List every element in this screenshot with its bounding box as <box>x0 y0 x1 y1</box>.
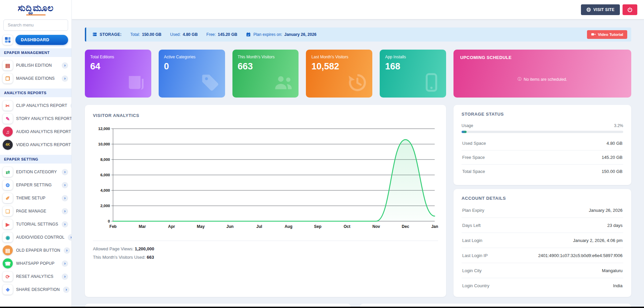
chevron-right-icon[interactable]: › <box>62 208 68 214</box>
sidebar-item-video-analytics-report[interactable]: 4KVIDEO ANALYTICS REPORT <box>0 138 71 151</box>
top-header-bar: VISIT SITE <box>72 0 644 19</box>
row-value: January 26, 2026 <box>589 208 623 213</box>
sidebar-item-page-manage[interactable]: ❏PAGE MANAGE› <box>0 205 71 218</box>
sidebar-item-label: WHATSAPP POPUP <box>16 261 58 266</box>
svg-text:Jan: Jan <box>431 224 438 229</box>
sidebar-item-audio-video-control[interactable]: ◉AUDIO/VIDEO CONTROL› <box>0 231 71 244</box>
dashboard-pill-label[interactable]: DASHBOARD <box>15 35 68 45</box>
chevron-right-icon[interactable]: › <box>62 273 68 280</box>
info-icon: ⓘ <box>518 76 522 82</box>
sidebar: ಸುದ್ದಿಮೂಲ DASHBOARD EPAPER MANAGEMENT▤PU… <box>0 0 72 308</box>
chart-divider <box>93 241 438 241</box>
detail-row-free-space: Free Space145.20 GB <box>462 150 623 165</box>
sidebar-item-label: PAGE MANAGE <box>16 209 58 213</box>
storage-status-panel: STORAGE STATUS Usage 3.2% Used Space4.80… <box>453 105 631 185</box>
svg-text:8,000: 8,000 <box>100 158 110 162</box>
chevron-right-icon[interactable]: › <box>62 169 68 175</box>
plan-expires-value: January 26, 2026 <box>284 32 316 37</box>
svg-text:Oct: Oct <box>343 224 350 229</box>
stat-card-label: App Installs <box>385 55 441 59</box>
power-icon <box>627 7 633 12</box>
row-value: Mangaluru <box>602 268 623 273</box>
sidebar-item-theme-setup[interactable]: ✐THEME SETUP› <box>0 192 71 205</box>
dashboard-content: STORAGE: Total: 150.00 GB Used: 4.80 GB … <box>72 19 644 308</box>
sidebar-section-title: EPAPER SETTING <box>0 155 71 164</box>
dashboard-grid-icon <box>3 35 13 45</box>
chevron-right-icon[interactable]: › <box>64 247 70 254</box>
visitor-analytics-panel: VISITOR ANALYTICS 02,0004,0006,0008,0001… <box>85 105 446 297</box>
sidebar-item-publish-edition[interactable]: ▤PUBLISH EDITION› <box>0 59 71 72</box>
allowed-page-views-label: Allowed Page Views: <box>93 246 133 251</box>
video-report-icon: 4K <box>3 140 13 150</box>
whatsapp-icon: ☎ <box>3 258 13 268</box>
usage-progress-fill <box>462 131 467 133</box>
globe-icon <box>586 7 591 12</box>
visit-site-button[interactable]: VISIT SITE <box>581 4 620 15</box>
sidebar-item-label: RESET ANALYTICS <box>16 274 58 279</box>
row-value: 145.20 GB <box>602 155 623 160</box>
svg-text:May: May <box>197 224 205 229</box>
row-value: India <box>613 283 623 288</box>
chevron-right-icon[interactable]: › <box>62 182 68 188</box>
audio-report-icon: ♫ <box>3 127 13 137</box>
account-details-panel: ACCOUNT DETAILS Plan ExpiryJanuary 26, 2… <box>453 189 631 297</box>
chevron-right-icon[interactable]: › <box>62 221 68 228</box>
sidebar-item-audio-analytics-report[interactable]: ♫AUDIO ANALYTICS REPORT <box>0 125 71 138</box>
sidebar-item-whatsapp-popup[interactable]: ☎WHATSAPP POPUP› <box>0 257 71 270</box>
sidebar-item-share-description[interactable]: ❖SHARE DESCRIPTION› <box>0 283 71 296</box>
row-label: Free Space <box>462 155 485 160</box>
video-tutorial-button[interactable]: Video Tutorial <box>587 30 627 39</box>
chevron-right-icon[interactable]: › <box>68 234 72 241</box>
sidebar-item-reset-analytics[interactable]: ⟳RESET ANALYTICS› <box>0 270 71 283</box>
row-value: 150.00 GB <box>602 169 623 174</box>
sidebar-item-story-analytics-report[interactable]: ✎STORY ANALYTICS REPORT <box>0 112 71 125</box>
sidebar-item-label: SHARE DESCRIPTION <box>16 287 60 292</box>
sidebar-item-old-epaper-button[interactable]: ▤OLD EPAPER BUTTON› <box>0 244 71 257</box>
storage-free-label: Free: <box>206 32 216 37</box>
storage-total-value: 150.00 GB <box>142 32 161 37</box>
usage-label: Usage <box>462 123 473 128</box>
upcoming-schedule-card: UPCOMING SCHEDULEⓘNo items are scheduled… <box>453 50 631 98</box>
svg-text:Nov: Nov <box>372 224 380 229</box>
svg-text:Aug: Aug <box>284 224 292 229</box>
sidebar-item-edition-category[interactable]: ⇄EDITION CATEGORY› <box>0 166 71 179</box>
svg-text:6,000: 6,000 <box>100 173 110 177</box>
sidebar-item-dashboard[interactable]: DASHBOARD <box>0 35 71 45</box>
svg-text:2,000: 2,000 <box>100 204 110 208</box>
stat-card-active-categories: Active Categories0 <box>159 50 225 98</box>
chevron-right-icon[interactable]: › <box>62 75 68 82</box>
logout-power-button[interactable] <box>623 4 637 15</box>
storage-database-icon <box>92 32 98 37</box>
sidebar-item-clip-analytics-report[interactable]: ✂CLIP ANALYTICS REPORT› <box>0 99 71 112</box>
stat-card-last-month-s-visitors: Last Month's Visitors10,582 <box>306 50 372 98</box>
storage-used-value: 4.80 GB <box>183 32 198 37</box>
sidebar-item-tutorial-settings[interactable]: ▶TUTORIAL SETTINGS› <box>0 218 71 231</box>
search-input[interactable] <box>3 19 68 31</box>
svg-text:Dec: Dec <box>402 224 409 229</box>
brand-logo: ಸುದ್ದಿಮೂಲ <box>0 0 71 16</box>
visitor-analytics-chart: 02,0004,0006,0008,00010,00012,000FebMarA… <box>93 124 438 236</box>
chevron-right-icon[interactable]: › <box>62 195 68 201</box>
row-value: 4.80 GB <box>606 141 623 146</box>
sidebar-item-manage-editions[interactable]: ❒MANAGE EDITIONS› <box>0 72 71 85</box>
svg-text:12,000: 12,000 <box>98 127 110 131</box>
row-label: Last Login <box>462 238 482 243</box>
sidebar-section-title: ANALYTICS REPORTS <box>0 88 71 97</box>
stat-card-value: 10,582 <box>311 61 367 72</box>
detail-row-last-login: Last LoginJanuary 2, 2026, 4:06 pm <box>462 233 623 248</box>
chevron-right-icon[interactable]: › <box>62 62 68 69</box>
visitors-used: This Month's Visitors Used: 663 <box>93 255 438 260</box>
storage-bar-label: STORAGE: <box>100 32 122 37</box>
chevron-right-icon[interactable]: › <box>63 287 69 293</box>
detail-row-plan-expiry: Plan ExpiryJanuary 26, 2026 <box>462 203 623 218</box>
svg-text:0: 0 <box>108 219 110 223</box>
bottom-edge-strip <box>0 307 644 308</box>
visitor-analytics-title: VISITOR ANALYTICS <box>93 113 438 118</box>
sidebar-item-label: MANAGE EDITIONS <box>16 76 58 81</box>
allowed-page-views: Allowed Page Views: 1,200,000 <box>93 246 438 251</box>
stat-card-label: Last Month's Visitors <box>311 55 367 59</box>
usage-percent: 3.2% <box>614 123 623 128</box>
sidebar-item-epaper-setting[interactable]: ⚙EPAPER SETTING› <box>0 179 71 192</box>
stat-card-label: This Month's Visitors <box>238 55 293 59</box>
chevron-right-icon[interactable]: › <box>62 260 68 267</box>
